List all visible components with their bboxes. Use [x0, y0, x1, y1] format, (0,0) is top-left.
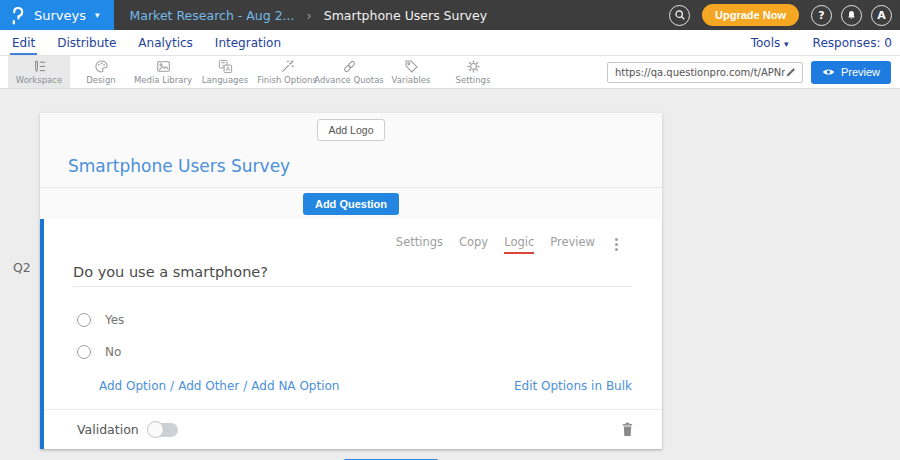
- add-question-button-top[interactable]: Add Question: [303, 193, 399, 215]
- preview-button[interactable]: Preview: [811, 61, 891, 84]
- link-separator: /: [170, 379, 174, 393]
- tools-menu[interactable]: Tools ▾: [751, 36, 789, 50]
- tab-integration[interactable]: Integration: [213, 31, 283, 55]
- question-action-settings[interactable]: Settings: [396, 235, 443, 254]
- responses-count[interactable]: Responses: 0: [813, 36, 892, 50]
- radio-button-no[interactable]: [77, 345, 91, 359]
- validation-row: Validation: [44, 410, 662, 449]
- validation-label: Validation: [77, 422, 139, 437]
- topbar-actions: Upgrade Now ? A: [669, 4, 900, 26]
- toolbar-label: Languages: [202, 75, 248, 85]
- survey-url-input[interactable]: [615, 67, 785, 78]
- tag-icon: [404, 59, 419, 74]
- question-action-logic[interactable]: Logic: [504, 235, 534, 254]
- option-row-yes: Yes: [77, 313, 662, 327]
- add-logo-button[interactable]: Add Logo: [317, 119, 386, 141]
- nav-right: Tools ▾ Responses: 0: [751, 36, 894, 50]
- chain-link-icon: [342, 59, 357, 74]
- chevron-right-icon: ›: [307, 8, 312, 23]
- toolbar-label: Variables: [392, 75, 431, 85]
- edit-options-in-bulk-link[interactable]: Edit Options in Bulk: [514, 379, 632, 393]
- toolbar-item-languages[interactable]: A Languages: [194, 56, 256, 88]
- workspace-icon: [32, 59, 47, 74]
- question-block-q2: Q2 Settings Copy Logic Preview Do you us…: [40, 219, 662, 449]
- question-more-menu-icon[interactable]: [613, 236, 620, 253]
- help-button[interactable]: ?: [811, 5, 832, 26]
- toolbar-label: Finish Options: [257, 75, 317, 85]
- add-option-link[interactable]: Add Option: [99, 379, 166, 393]
- add-other-link[interactable]: Add Other: [178, 379, 239, 393]
- toolbar-label: Design: [86, 75, 115, 85]
- notifications-button[interactable]: [841, 5, 862, 26]
- question-text[interactable]: Do you use a smartphone?: [73, 264, 632, 287]
- validation-toggle[interactable]: [149, 423, 178, 437]
- survey-header-section: Add Logo Smartphone Users Survey Add Que…: [40, 113, 662, 219]
- toolbar-label: Media Library: [134, 75, 192, 85]
- toolbar-item-media-library[interactable]: Media Library: [132, 56, 194, 88]
- option-links-row: Add Option / Add Other / Add NA Option E…: [99, 377, 632, 393]
- toolbar-label: Workspace: [16, 75, 62, 85]
- tab-analytics[interactable]: Analytics: [136, 31, 195, 55]
- toolbar-right: Preview: [607, 56, 900, 88]
- search-icon: [673, 8, 687, 22]
- survey-title[interactable]: Smartphone Users Survey: [40, 144, 662, 187]
- survey-canvas: Add Logo Smartphone Users Survey Add Que…: [0, 89, 900, 460]
- translate-icon: A: [218, 59, 233, 74]
- page-break-row: Add Question Remove Page Break: [80, 449, 702, 460]
- workspace-toolbar: Workspace Design Media Library: [0, 56, 900, 89]
- image-icon: [156, 59, 171, 74]
- edit-pencil-icon[interactable]: [785, 66, 797, 78]
- answer-options: Yes No: [44, 287, 662, 359]
- questionpro-logo-icon: [10, 6, 25, 25]
- palette-icon: [94, 59, 109, 74]
- question-action-copy[interactable]: Copy: [459, 235, 488, 254]
- option-label-yes[interactable]: Yes: [105, 313, 124, 327]
- toolbar-item-design[interactable]: Design: [70, 56, 132, 88]
- question-number-label: Q2: [13, 260, 31, 275]
- app-title: Surveys: [34, 8, 86, 23]
- magic-wand-icon: [280, 59, 295, 74]
- top-bar: Surveys ▾ Market Research - Aug 2... › S…: [0, 0, 900, 30]
- question-action-preview[interactable]: Preview: [550, 235, 595, 254]
- tools-label: Tools: [751, 36, 781, 50]
- survey-nav: Edit Distribute Analytics Integration To…: [0, 30, 900, 56]
- caret-down-icon: ▾: [95, 10, 100, 20]
- delete-question-button[interactable]: [621, 422, 634, 437]
- toolbar-item-settings[interactable]: Settings: [442, 56, 504, 88]
- toolbar-label: Settings: [456, 75, 491, 85]
- breadcrumb: Market Research - Aug 2... › Smartphone …: [130, 8, 488, 23]
- caret-down-icon: ▾: [784, 39, 789, 49]
- preview-label: Preview: [841, 66, 880, 78]
- toolbar-item-advance-quotas[interactable]: Advance Quotas: [318, 56, 380, 88]
- add-na-option-link[interactable]: Add NA Option: [251, 379, 339, 393]
- breadcrumb-folder-link[interactable]: Market Research - Aug 2...: [130, 8, 295, 23]
- toolbar-item-variables[interactable]: Variables: [380, 56, 442, 88]
- option-label-no[interactable]: No: [105, 345, 121, 359]
- tab-distribute[interactable]: Distribute: [55, 31, 118, 55]
- survey-url-box: [607, 62, 803, 83]
- eye-icon: [822, 67, 835, 77]
- option-row-no: No: [77, 345, 662, 359]
- link-separator: /: [243, 379, 247, 393]
- search-button[interactable]: [669, 5, 690, 26]
- gear-icon: [466, 59, 481, 74]
- account-avatar[interactable]: A: [871, 5, 892, 26]
- surveys-menu[interactable]: Surveys ▾: [0, 0, 114, 30]
- radio-button-yes[interactable]: [77, 313, 91, 327]
- toolbar-label: Advance Quotas: [314, 75, 384, 85]
- upgrade-now-button[interactable]: Upgrade Now: [702, 4, 799, 26]
- question-actions: Settings Copy Logic Preview: [44, 219, 662, 254]
- bell-icon: [845, 9, 858, 22]
- question-mark-icon: ?: [818, 9, 824, 22]
- toolbar-item-finish-options[interactable]: Finish Options: [256, 56, 318, 88]
- avatar-initial: A: [877, 9, 886, 22]
- tab-edit[interactable]: Edit: [10, 31, 37, 55]
- breadcrumb-survey-name: Smartphone Users Survey: [324, 8, 487, 23]
- survey-card: Add Logo Smartphone Users Survey Add Que…: [40, 113, 662, 449]
- trash-icon: [621, 422, 634, 437]
- toolbar-item-workspace[interactable]: Workspace: [8, 56, 70, 88]
